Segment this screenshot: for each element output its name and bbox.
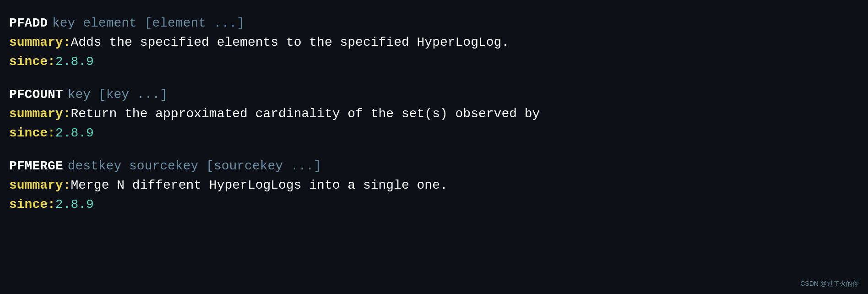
command-block-pfcount: PFCOUNTkey [key ...]summary: Return the …	[9, 85, 859, 143]
summary-label-pfadd: summary:	[9, 33, 71, 52]
command-block-pfadd: PFADDkey element [element ...]summary: A…	[9, 14, 859, 71]
summary-label-pfmerge: summary:	[9, 176, 71, 195]
command-line-pfmerge: PFMERGEdestkey sourcekey [sourcekey ...]	[9, 157, 859, 176]
since-label-pfcount: since:	[9, 124, 55, 143]
summary-text-pfmerge: Merge N different HyperLogLogs into a si…	[71, 176, 447, 195]
summary-label-pfcount: summary:	[9, 104, 71, 124]
commands-container: PFADDkey element [element ...]summary: A…	[9, 14, 859, 214]
command-name-pfmerge: PFMERGE	[9, 157, 63, 176]
command-args-pfcount: key [key ...]	[68, 85, 168, 104]
since-value-pfadd: 2.8.9	[55, 52, 94, 71]
command-name-pfcount: PFCOUNT	[9, 85, 63, 104]
since-label-pfmerge: since:	[9, 195, 55, 214]
summary-text-pfadd: Adds the specified elements to the speci…	[71, 33, 509, 52]
since-line-pfadd: since: 2.8.9	[9, 52, 859, 71]
summary-text-pfcount: Return the approximated cardinality of t…	[71, 104, 540, 124]
since-label-pfadd: since:	[9, 52, 55, 71]
since-value-pfmerge: 2.8.9	[55, 195, 94, 214]
summary-line-pfadd: summary: Adds the specified elements to …	[9, 33, 859, 52]
command-args-pfmerge: destkey sourcekey [sourcekey ...]	[68, 157, 322, 176]
command-line-pfadd: PFADDkey element [element ...]	[9, 14, 859, 33]
since-value-pfcount: 2.8.9	[55, 124, 94, 143]
watermark: CSDN @过了火的你	[800, 279, 859, 289]
command-line-pfcount: PFCOUNTkey [key ...]	[9, 85, 859, 104]
summary-line-pfcount: summary: Return the approximated cardina…	[9, 104, 859, 124]
summary-line-pfmerge: summary: Merge N different HyperLogLogs …	[9, 176, 859, 195]
since-line-pfcount: since: 2.8.9	[9, 124, 859, 143]
command-name-pfadd: PFADD	[9, 14, 48, 33]
command-args-pfadd: key element [element ...]	[52, 14, 244, 33]
since-line-pfmerge: since: 2.8.9	[9, 195, 859, 214]
command-block-pfmerge: PFMERGEdestkey sourcekey [sourcekey ...]…	[9, 157, 859, 214]
